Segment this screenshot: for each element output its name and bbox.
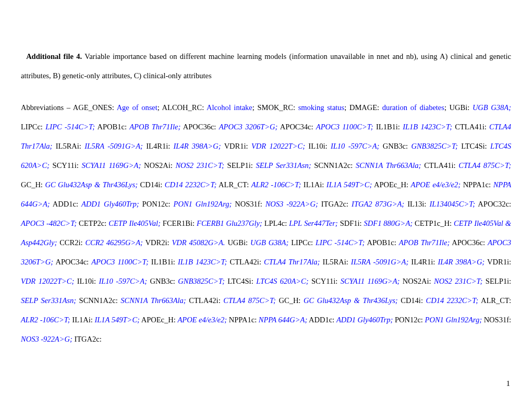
- il10i2-link[interactable]: IL10 -597C>A;: [99, 277, 147, 285]
- vdr1i-link[interactable]: VDR 12022T>C;: [251, 142, 305, 150]
- vdr1i2-label: VDR1i:: [485, 258, 511, 266]
- il1b1i2-link[interactable]: IL1B 1423C>T;: [178, 258, 227, 266]
- nos31f-link[interactable]: NOS3 -922A>G;: [265, 200, 318, 208]
- lipcc2-link[interactable]: LIPC -514C>T;: [316, 238, 365, 247]
- vdr2i-label: VDR2i:: [143, 238, 172, 247]
- nos2ai-link[interactable]: NOS2 231C>T;: [175, 161, 224, 170]
- gch-link[interactable]: GC Glu432Asp & Thr436Lys;: [45, 180, 138, 189]
- ctla42i-label: CTLA42i:: [227, 258, 264, 266]
- itga2c-link[interactable]: ITGA2 873G>A;: [352, 200, 404, 208]
- scnn1a2c2-link[interactable]: SCNN1A Thr663Ala;: [120, 296, 186, 305]
- apob1c2-label: APOB1c:: [365, 238, 398, 247]
- ugbi2-link[interactable]: UGB G38A;: [250, 238, 288, 247]
- scy11i-link[interactable]: SCYA11 1169G>A;: [81, 161, 141, 170]
- apoech-label: APOEc_H:: [372, 180, 410, 189]
- il5rai-link[interactable]: IL5RA -5091G>A;: [84, 142, 143, 150]
- ctla42i2-link[interactable]: CTLA4 875C>T;: [223, 296, 276, 305]
- smoking-link[interactable]: smoking status: [298, 103, 345, 112]
- gnb3c-link[interactable]: GNB3825C>T;: [411, 142, 457, 150]
- apoech2-link[interactable]: APOE e4/e3/e2;: [177, 316, 227, 324]
- cetp2c-label: CETP2c:: [77, 219, 108, 227]
- title-rest: Variable importance based on different m…: [21, 52, 511, 80]
- vdr1i-label: VDR1i:: [221, 142, 251, 150]
- alcohol-link[interactable]: Alcohol intake: [207, 103, 252, 112]
- scy11i2-link[interactable]: SCYA11 1169G>A;: [341, 277, 400, 285]
- ltc4si2-label: LTC4Si:: [225, 277, 256, 285]
- itga2c2-label: ITGA2c:: [72, 335, 102, 343]
- dmage-label: ; DMAGE:: [344, 103, 382, 112]
- il4r1i-link[interactable]: IL4R 398A>G;: [174, 142, 221, 150]
- apob1c-label: APOB1c:: [95, 123, 129, 131]
- il5rai-label: IL5RAi:: [52, 142, 84, 150]
- selp1i2-link[interactable]: SELP Ser331Asn;: [21, 296, 76, 305]
- il1b1i-link[interactable]: IL1B 1423C>T;: [403, 123, 452, 131]
- il5rai2-link[interactable]: IL5RA -5091G>A;: [351, 258, 408, 266]
- il4r1i2-link[interactable]: IL4R 398A>G;: [438, 258, 485, 266]
- ccr2i-link[interactable]: CCR2 46295G>A;: [85, 238, 143, 247]
- il10i-link[interactable]: IL10 -597C>A;: [331, 142, 379, 150]
- ugbi-label: ; UGBi:: [444, 103, 473, 112]
- ltc4si2-link[interactable]: LTC4S 620A>C;: [256, 277, 308, 285]
- apoech2-label: APOEc_H:: [140, 316, 178, 324]
- apoc36c-link[interactable]: APOC3 3206T>G;: [219, 123, 278, 131]
- alrct-link[interactable]: ALR2 -106C>T;: [251, 180, 301, 189]
- ctla41i2-link[interactable]: CTLA4 875C>T;: [458, 161, 511, 170]
- pon12c2-link[interactable]: PON1 Gln192Arg;: [425, 316, 482, 324]
- fcer1bi-label: FCER1Bi:: [161, 219, 197, 227]
- title-paragraph: Additional file 4. Variable importance b…: [21, 47, 511, 86]
- lipcc-link[interactable]: LIPC -514C>T;: [45, 123, 95, 131]
- ccr2i-label: CCR2i:: [57, 238, 85, 247]
- alrct2-label: ALR_CT:: [478, 296, 511, 305]
- il1ai-link[interactable]: IL1A 549T>C;: [327, 180, 372, 189]
- cd14i-link[interactable]: CD14 2232C>T;: [165, 180, 217, 189]
- alcoh-label: ; ALCOH_RC:: [158, 103, 207, 112]
- ugbi-link[interactable]: UGB G38A;: [473, 103, 511, 112]
- pon12c2-label: PON12c:: [393, 316, 425, 324]
- il13i-link[interactable]: IL134045C>T;: [429, 200, 475, 208]
- apoc34c-label: APOC34c:: [277, 123, 316, 131]
- il5rai2-label: IL5RAi:: [320, 258, 350, 266]
- il10i2-label: IL10i:: [74, 277, 99, 285]
- itga2c-label: ITGA2c:: [318, 200, 352, 208]
- apob1c-link[interactable]: APOB Thr71Ile;: [129, 123, 180, 131]
- apoc32c-link[interactable]: APOC3 -482C>T;: [21, 219, 77, 227]
- apoc34c2-link[interactable]: APOC3 1100C>T;: [91, 258, 149, 266]
- ctla42i-link[interactable]: CTLA4 Thr17Ala;: [264, 258, 320, 266]
- apoc34c-link[interactable]: APOC3 1100C>T;: [316, 123, 373, 131]
- il1ai2-link[interactable]: IL1A 549T>C;: [94, 316, 139, 324]
- scnn1a2c2-label: SCNN1A2c:: [76, 296, 120, 305]
- lpl4c-link[interactable]: LPL Ser447Ter;: [289, 219, 337, 227]
- vdr1i2-link[interactable]: VDR 12022T>C;: [21, 277, 74, 285]
- nos31f2-link[interactable]: NOS3 -922A>G;: [21, 335, 72, 343]
- age-onset-link[interactable]: Age of onset: [117, 103, 158, 112]
- lipcc2-label: LIPCc:: [288, 238, 316, 247]
- il13i-label: IL13i:: [404, 200, 429, 208]
- add1c2-link[interactable]: ADD1 Gly460Trp;: [336, 316, 393, 324]
- nos2ai2-link[interactable]: NOS2 231C>T;: [434, 277, 482, 285]
- gnb3c-label: GNB3c:: [379, 142, 411, 150]
- ctla41i-label: CTLA41i:: [452, 123, 489, 131]
- apob1c2-link[interactable]: APOB Thr71Ile;: [399, 238, 450, 247]
- gch-label: GC_H:: [21, 180, 45, 189]
- cetp2c-link[interactable]: CETP Ile405Val;: [108, 219, 161, 227]
- gnb3c2-link[interactable]: GNB3825C>T;: [178, 277, 224, 285]
- gch2-link[interactable]: GC Glu432Asp & Thr436Lys;: [304, 296, 398, 305]
- nppa1c2-link[interactable]: NPPA 644G>A;: [259, 316, 307, 324]
- sdf1i-link[interactable]: SDF1 880G>A;: [364, 219, 413, 227]
- cd14i2-link[interactable]: CD14 2232C>T;: [426, 296, 478, 305]
- ltc4si-label: LTC4Si:: [458, 142, 490, 150]
- apoech-link[interactable]: APOE e4/e3/e2;: [411, 180, 461, 189]
- scnn1a2c-label: SCNN1A2c:: [311, 161, 356, 170]
- duration-link[interactable]: duration of diabetes: [382, 103, 444, 112]
- scnn1a2c-link[interactable]: SCNN1A Thr663Ala;: [356, 161, 421, 170]
- apoc36c-label: APOC36c:: [180, 123, 219, 131]
- alrct2-link[interactable]: ALR2 -106C>T;: [21, 316, 70, 324]
- cd14i2-label: CD14i:: [398, 296, 426, 305]
- vdr2i-link[interactable]: VDR 45082G>A.: [172, 238, 225, 247]
- selp1i-link[interactable]: SELP Ser331Asn;: [256, 161, 311, 170]
- abbreviations-paragraph: Abbreviations – AGE_ONES: Age of onset; …: [21, 98, 511, 349]
- abbr-lead: Abbreviations – AGE_ONES:: [21, 103, 117, 112]
- pon12c-link[interactable]: PON1 Gln192Arg;: [174, 200, 232, 208]
- add1c-link[interactable]: ADD1 Gly460Trp;: [81, 200, 139, 208]
- fcer1bi-link[interactable]: FCERB1 Glu237Gly;: [197, 219, 262, 227]
